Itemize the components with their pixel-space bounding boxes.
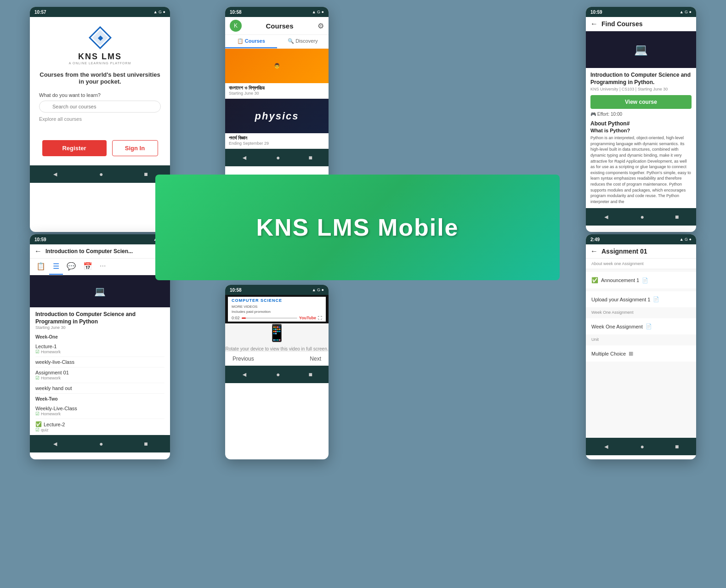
grid-icon: ▦ xyxy=(629,351,633,356)
fullscreen-icon: ⛶ xyxy=(318,316,322,320)
what-heading: What is Python? xyxy=(590,128,692,133)
status-bar-4: 10:59 ▲ G ● xyxy=(30,234,170,244)
nav-home-4[interactable]: ● xyxy=(99,440,103,447)
course-description: Python is an interpreted, object-oriente… xyxy=(590,135,692,204)
center-banner: KNS LMS Mobile xyxy=(155,175,560,280)
login-content: ◆ KNS LMS A ONLINE LEARNING PLATFORM Cou… xyxy=(30,17,170,165)
assignment-content: About week one Assignment ✅ Announcement… xyxy=(586,259,696,438)
nav-back-2[interactable]: ◄ xyxy=(241,154,248,161)
course-name-2: পদার্থ বিজ্ঞান xyxy=(229,135,325,141)
homework-icon-2: ☑ xyxy=(35,375,40,380)
nav-recent-2[interactable]: ■ xyxy=(308,154,312,161)
week-one-section: Week-One Lecture-1 ☑ Homework weekly-liv… xyxy=(30,332,170,394)
tab-overview[interactable]: 📋 xyxy=(33,259,49,275)
learn-label: What do you want to learn? xyxy=(39,92,101,98)
lecture-sub: ☑ Homework xyxy=(35,349,164,354)
week-one-label: Week-One xyxy=(35,334,164,339)
nav-back-4[interactable]: ◄ xyxy=(52,440,58,447)
video-time-current: 0:02 xyxy=(232,316,240,320)
homework-icon-1: ☑ xyxy=(35,349,40,354)
nav-recent-4[interactable]: ■ xyxy=(144,440,147,447)
tab-discovery[interactable]: 🔍 Discovery xyxy=(277,35,329,48)
tab-discuss[interactable]: 💬 xyxy=(63,259,79,275)
tab-content[interactable]: ☰ xyxy=(49,259,63,275)
course-card-2[interactable]: physics পদার্থ বিজ্ঞান Ending September … xyxy=(225,99,329,149)
tab-more[interactable]: ··· xyxy=(96,259,109,275)
course-hero-4: 💻 xyxy=(30,275,170,307)
status-time-6: 2:49 xyxy=(590,237,600,242)
explore-link[interactable]: Explore all courses xyxy=(39,116,82,122)
search-input[interactable] xyxy=(39,101,161,113)
week-item-live-class-2[interactable]: Weekly-Live-Class ☑ Homework xyxy=(35,403,164,419)
multiple-choice-item[interactable]: Multiple Choice ▦ xyxy=(591,348,691,359)
course-tab-bar-4: 📋 ☰ 💬 📅 ··· xyxy=(30,259,170,275)
nav-home-1[interactable]: ● xyxy=(99,170,103,178)
week-item-live-class[interactable]: weekly-live-Class xyxy=(35,357,164,368)
handout-name: weekly hand out xyxy=(35,385,164,391)
status-bar-2: 10:58 ▲ G ● xyxy=(225,7,329,17)
live-class-name: weekly-live-Class xyxy=(35,359,164,365)
live-class-2-name: Weekly-Live-Class xyxy=(35,406,164,411)
nav-bar-1: ◄ ● ■ xyxy=(30,165,170,183)
user-avatar: K xyxy=(230,20,242,32)
nav-recent-1[interactable]: ■ xyxy=(144,170,147,178)
course-date-2: Ending September 29 xyxy=(229,141,325,146)
quiz-icon: ☑ xyxy=(35,427,40,432)
nav-home-6[interactable]: ● xyxy=(640,443,644,450)
nav-bar-6: ◄ ● ■ xyxy=(586,438,696,455)
week-assignment-section: Week One Assignment 📄 xyxy=(586,318,696,334)
week-item-lecture1[interactable]: Lecture-1 ☑ Homework xyxy=(35,341,164,357)
tab-calendar[interactable]: 📅 xyxy=(79,259,96,275)
video-progress-fill xyxy=(242,317,246,319)
course-detail-meta-3: KNS University | CS103 | Starting June 3… xyxy=(590,87,692,91)
video-nav: Previous Next xyxy=(225,351,329,366)
back-icon-3[interactable]: ← xyxy=(590,20,598,28)
nav-home-2[interactable]: ● xyxy=(276,154,280,161)
unit-label: Unit xyxy=(586,334,696,343)
video-rotate-area: 📱 Rotate your device to view this video … xyxy=(225,323,329,351)
nav-back-1[interactable]: ◄ xyxy=(52,170,58,178)
video-progress-bar xyxy=(242,317,297,319)
course-card-1[interactable]: 👨 বাংলাদেশ ও বিশ্বপরিচয় Starting June 3… xyxy=(225,49,329,99)
week-item-lecture2[interactable]: ✅ Lecture-2 ☑ quiz xyxy=(35,419,164,435)
back-icon-4[interactable]: ← xyxy=(34,247,42,255)
week-assignment-item[interactable]: Week One Assignment 📄 xyxy=(591,321,691,332)
back-icon-6[interactable]: ← xyxy=(590,247,598,255)
nav-back-5[interactable]: ◄ xyxy=(241,371,248,378)
nav-back-btn-3[interactable]: ◄ xyxy=(603,213,610,220)
next-button[interactable]: Next xyxy=(310,356,321,362)
assignment-name: Assignment 01 xyxy=(35,370,164,375)
nav-recent-5[interactable]: ■ xyxy=(308,371,312,378)
settings-icon[interactable]: ⚙ xyxy=(318,22,324,30)
signin-button[interactable]: Sign In xyxy=(112,140,158,156)
register-button[interactable]: Register xyxy=(42,140,107,156)
nav-recent-6[interactable]: ■ xyxy=(675,443,679,450)
announcement-name-1: Announcement 1 xyxy=(601,277,639,283)
multiple-choice-name: Multiple Choice xyxy=(591,351,626,356)
nav-home-btn-3[interactable]: ● xyxy=(640,213,644,220)
upload-section: Upload your Assignment 1 📄 xyxy=(586,291,696,307)
phone-course-detail: 10:59 ▲ G ● ← Introduction to Computer S… xyxy=(30,234,170,459)
phone-login: 10:57 ▲ G ● ◆ KNS LMS A ONLINE LEARNING … xyxy=(30,7,170,232)
nav-recent-btn-3[interactable]: ■ xyxy=(675,213,679,220)
phones-container: KNS LMS Mobile 10:57 ▲ G ● ◆ KNS LMS A O… xyxy=(0,0,726,588)
view-course-button[interactable]: View course xyxy=(590,95,692,109)
nav-back-6[interactable]: ◄ xyxy=(603,443,610,450)
tab-courses[interactable]: 📋 Courses xyxy=(225,35,277,48)
upload-item[interactable]: Upload your Assignment 1 📄 xyxy=(591,294,691,305)
prev-button[interactable]: Previous xyxy=(233,356,254,362)
status-icons-2: ▲ G ● xyxy=(312,10,324,14)
about-heading: About Python# xyxy=(590,120,692,127)
nav-bar-3: ◄ ● ■ xyxy=(586,208,696,226)
homework-icon-3: ☑ xyxy=(35,411,40,416)
week-two-section: Week-Two Weekly-Live-Class ☑ Homework ✅ … xyxy=(30,394,170,435)
assignment-title: Assignment 01 xyxy=(601,248,647,255)
assignment-meta: About week one Assignment xyxy=(586,259,696,269)
rotate-device-icon: 📱 xyxy=(267,323,287,343)
announcement-item-1[interactable]: ✅ Announcement 1 📄 xyxy=(591,275,691,286)
week-item-assignment01[interactable]: Assignment 01 ☑ Homework xyxy=(35,368,164,383)
video-cs-title: COMPUTER SCIENCE xyxy=(228,297,326,304)
nav-home-5[interactable]: ● xyxy=(276,371,280,378)
kns-logo-icon: ◆ xyxy=(89,26,112,49)
week-item-handout[interactable]: weekly hand out xyxy=(35,383,164,394)
